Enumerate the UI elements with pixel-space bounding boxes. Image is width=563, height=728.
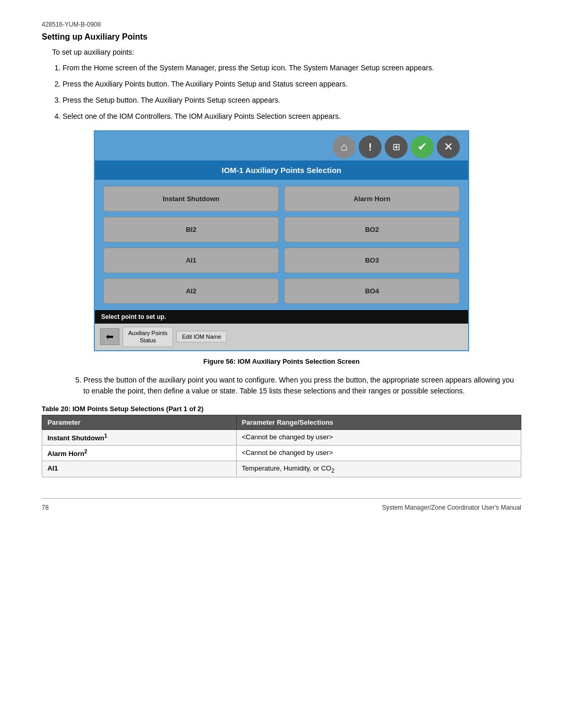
home-icon[interactable]: ⌂ — [333, 135, 356, 158]
table-row: Alarm Horn2 <Cannot be changed by user> — [42, 445, 521, 461]
bo3-button[interactable]: BO3 — [284, 248, 460, 273]
ui-header: IOM-1 Auxiliary Points Selection — [95, 161, 468, 180]
footer: 78 System Manager/Zone Coordinator User'… — [42, 498, 521, 511]
aux-btn-line2: Status — [140, 337, 156, 343]
edit-iom-name-button[interactable]: Edit IOM Name — [176, 331, 227, 342]
step-5: Press the button of the auxiliary point … — [83, 375, 521, 397]
ui-bottom-bar: ⬅ Auxiliary Points Status Edit IOM Name — [95, 324, 468, 350]
param-alarm-horn: Alarm Horn2 — [42, 445, 237, 461]
aux-btn-line1: Auxiliary Points — [128, 330, 167, 336]
param-instant-shutdown: Instant Shutdown1 — [42, 429, 237, 445]
step-4: Select one of the IOM Controllers. The I… — [63, 111, 521, 122]
intro-text: To set up auxiliary points: — [52, 48, 521, 56]
step-1: From the Home screen of the System Manag… — [63, 63, 521, 73]
value-instant-shutdown: <Cannot be changed by user> — [236, 429, 521, 445]
ai1-button[interactable]: AI1 — [103, 248, 279, 273]
doc-id: 428516-YUM-B-0908 — [42, 21, 521, 28]
page-number: 78 — [42, 504, 48, 511]
ai2-button[interactable]: AI2 — [103, 278, 279, 304]
param-ai1: AI1 — [42, 461, 237, 477]
auxiliary-points-status-button[interactable]: Auxiliary Points Status — [123, 327, 173, 347]
instant-shutdown-button[interactable]: Instant Shutdown — [103, 186, 279, 212]
status-bar: Select point to set up. — [95, 310, 468, 324]
value-ai1: Temperature, Humidity, or CO2 — [236, 461, 521, 477]
figure-caption: Figure 56: IOM Auxiliary Points Selectio… — [42, 357, 521, 365]
section-title: Setting up Auxiliary Points — [42, 32, 521, 42]
manual-title: System Manager/Zone Coordinator User's M… — [382, 504, 521, 511]
bo2-button[interactable]: BO2 — [284, 217, 460, 242]
step-3: Press the Setup button. The Auxiliary Po… — [63, 95, 521, 106]
iom-points-table: Parameter Parameter Range/Selections Ins… — [42, 415, 521, 477]
value-alarm-horn: <Cannot be changed by user> — [236, 445, 521, 461]
step-2: Press the Auxiliary Points button. The A… — [63, 79, 521, 90]
bo4-button[interactable]: BO4 — [284, 278, 460, 304]
steps-list: From the Home screen of the System Manag… — [63, 63, 521, 122]
col-header-parameter: Parameter — [42, 415, 237, 429]
bi2-button[interactable]: BI2 — [103, 217, 279, 242]
table-row: Instant Shutdown1 <Cannot be changed by … — [42, 429, 521, 445]
ui-grid-area: Instant Shutdown Alarm Horn BI2 BO2 AI1 … — [95, 180, 468, 310]
col-header-range: Parameter Range/Selections — [236, 415, 521, 429]
check-icon[interactable]: ✔ — [411, 135, 434, 158]
step-5-list: Press the button of the auxiliary point … — [63, 375, 521, 397]
back-button[interactable]: ⬅ — [100, 328, 119, 345]
alarm-horn-button[interactable]: Alarm Horn — [284, 186, 460, 212]
table-row: AI1 Temperature, Humidity, or CO2 — [42, 461, 521, 477]
grid-icon[interactable]: ⊞ — [385, 135, 408, 158]
close-icon[interactable]: ✕ — [437, 135, 460, 158]
ui-screenshot: ⌂ ! ⊞ ✔ ✕ IOM-1 Auxiliary Points Selecti… — [94, 130, 469, 351]
alert-icon[interactable]: ! — [359, 135, 382, 158]
ui-top-bar: ⌂ ! ⊞ ✔ ✕ — [95, 131, 468, 161]
table-title: Table 20: IOM Points Setup Selections (P… — [42, 405, 521, 413]
